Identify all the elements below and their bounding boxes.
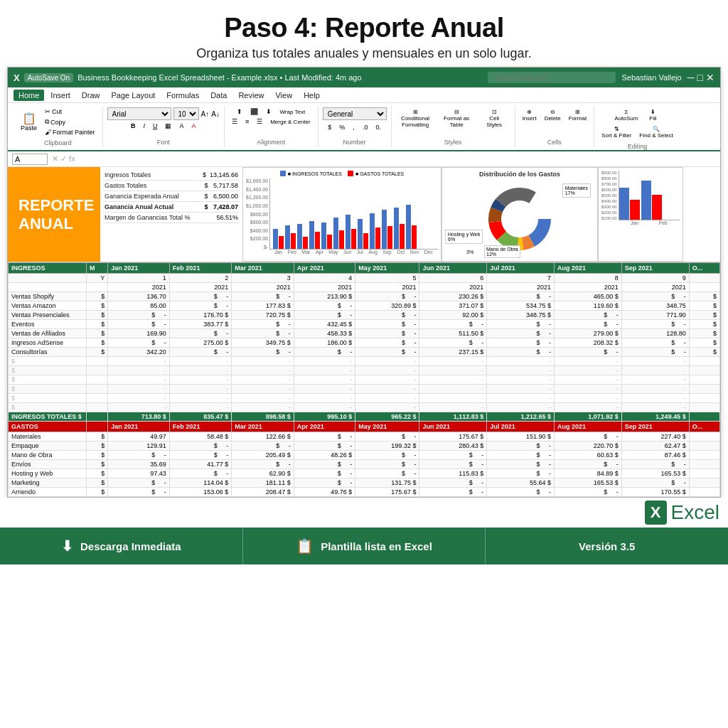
title-search-input[interactable]: [488, 72, 616, 83]
table-row: Ventas Presenciales $ $ - 176.70 $ 720.7…: [9, 311, 720, 320]
delete-cells-button[interactable]: ⊖ Delete: [542, 107, 564, 123]
italic-button[interactable]: I: [140, 122, 148, 130]
align-bottom-button[interactable]: ⬇: [263, 107, 274, 116]
excel-logo-box: X: [645, 500, 667, 525]
ingresos-total-apr: 995.10 $: [294, 412, 355, 422]
merge-center-button[interactable]: Merge & Center: [267, 118, 313, 126]
bar-feb: [285, 225, 296, 249]
close-icon[interactable]: ✕: [706, 72, 714, 83]
spreadsheet-icon: 📋: [296, 537, 314, 555]
align-left-button[interactable]: ☰: [229, 117, 240, 126]
align-middle-button[interactable]: ⬛: [247, 107, 261, 116]
title-bar: X AutoSave On Business Bookkeeping Excel…: [8, 68, 720, 87]
menu-draw[interactable]: Draw: [77, 90, 105, 101]
increase-decimal-button[interactable]: .0: [360, 123, 371, 132]
percent-button[interactable]: %: [336, 123, 348, 132]
year-row: 2021 2021 2021 2021 2021 2021 2021 2021 …: [9, 283, 720, 292]
cut-button[interactable]: ✂ Cut: [42, 107, 98, 116]
ingresos-total-jan: 713.80 $: [108, 412, 170, 422]
income-table: INGRESOS M Jan 2021 Feb 2021 Mar 2021 Ap…: [8, 262, 720, 497]
conditional-formatting-icon: ⊞: [413, 109, 418, 115]
excel-brand-text: Excel: [671, 501, 719, 524]
decrease-font-icon[interactable]: A↓: [211, 110, 220, 118]
marketing-label: Marketing: [9, 478, 87, 488]
ingresos-total-aug: 1,071.92 $: [555, 412, 622, 422]
minimize-icon[interactable]: ─: [687, 72, 695, 83]
year-jan: 2021: [108, 283, 170, 292]
cell-reference-input[interactable]: [12, 154, 48, 165]
menu-bar: Home Insert Draw Page Layout Formulas Da…: [8, 87, 720, 103]
menu-data[interactable]: Data: [205, 90, 232, 101]
footer-version-text: Versión 3.5: [579, 540, 635, 552]
bar-aug: [358, 219, 368, 249]
menu-view[interactable]: View: [270, 90, 297, 101]
col-jan2021-header: Jan 2021: [108, 263, 170, 274]
increase-font-icon[interactable]: A↑: [201, 110, 210, 118]
paste-button[interactable]: 📋 Paste: [18, 112, 40, 133]
legend-ingresos-dot: [280, 171, 286, 176]
align-right-button[interactable]: ☰: [254, 117, 265, 126]
ribbon-styles: ⊞ Conditional Formatting ⊟ Format as Tab…: [392, 106, 515, 147]
insert-cells-button[interactable]: ⊕ Insert: [520, 107, 540, 123]
sub-row-my: Y 1 2 3 4 5 6 7 8 9: [9, 274, 720, 283]
conditional-formatting-button[interactable]: ⊞ Conditional Formatting: [396, 107, 435, 129]
fill-button[interactable]: ⬇ Fill: [643, 107, 663, 123]
ganancia-actual-value: $ 7,428.07: [192, 203, 238, 210]
footer-plantilla-text: Plantilla lista en Excel: [321, 540, 432, 552]
vs-dollar: $: [87, 292, 108, 301]
format-cells-button[interactable]: ⊞ Format: [566, 107, 589, 123]
wrap-text-button[interactable]: Wrap Text: [277, 108, 308, 116]
number-format-select[interactable]: General: [323, 107, 387, 120]
paste-icon: 📋: [22, 113, 36, 124]
menu-formulas[interactable]: Formulas: [161, 90, 204, 101]
menu-help[interactable]: Help: [299, 90, 325, 101]
gastos-header-label: GASTOS: [9, 422, 87, 432]
oct-num: [689, 274, 719, 283]
styles-label: Styles: [444, 137, 462, 146]
ingresos-total-sep: 1,249.45 $: [621, 412, 689, 422]
ganancia-actual-label: Ganancia Anual Actual: [105, 203, 192, 210]
align-center-button[interactable]: ≡: [242, 117, 252, 126]
menu-home[interactable]: Home: [14, 90, 44, 101]
donut-chart-title: Distribución de los Gastos: [445, 171, 594, 178]
formula-input[interactable]: [80, 155, 716, 164]
underline-button[interactable]: U: [150, 122, 161, 130]
currency-button[interactable]: $: [325, 123, 334, 132]
autosum-button[interactable]: Σ AutoSum: [612, 107, 641, 123]
footer-section-plantilla[interactable]: 📋 Plantilla lista en Excel: [243, 528, 486, 564]
donut-label-3pct: 3%: [466, 250, 473, 255]
decrease-decimal-button[interactable]: 0.: [373, 123, 384, 132]
cell-styles-button[interactable]: ⊡ Cell Styles: [478, 107, 510, 129]
format-painter-button[interactable]: 🖌 Format Painter: [42, 128, 98, 136]
font-face-select[interactable]: Arial: [107, 107, 171, 120]
copy-button[interactable]: ⧉ Copy: [42, 117, 98, 127]
format-table-button[interactable]: ⊟ Format as Table: [437, 107, 476, 129]
menu-page-layout[interactable]: Page Layout: [107, 90, 161, 101]
feb-num: 2: [169, 274, 231, 283]
comma-button[interactable]: ,: [350, 123, 358, 132]
menu-review[interactable]: Review: [233, 90, 269, 101]
maximize-icon[interactable]: □: [697, 72, 703, 83]
autosave-indicator[interactable]: AutoSave On: [24, 73, 73, 82]
font-color-button[interactable]: A: [188, 122, 198, 130]
paste-label: Paste: [21, 124, 37, 132]
find-select-button[interactable]: 🔍 Find & Select: [636, 124, 676, 140]
menu-insert[interactable]: Insert: [46, 90, 75, 101]
legend-gastos-dot: [348, 171, 353, 176]
clipboard-label: Clipboard: [44, 138, 72, 146]
align-top-button[interactable]: ⬆: [234, 107, 245, 116]
font-size-select[interactable]: 10: [173, 107, 199, 120]
sort-filter-button[interactable]: ⇅ Sort & Filter: [599, 124, 634, 140]
border-button[interactable]: ▦: [162, 122, 174, 130]
chart-x-axis: JanFebMarAprMayJunJulAugSepOctNovDec: [269, 250, 438, 255]
vs-may: $ -: [355, 292, 419, 301]
small-chart-x-axis: JanFeb: [619, 220, 680, 225]
donut-chart-svg: [484, 183, 555, 255]
empaque-label: Empaque: [9, 441, 87, 451]
bold-button[interactable]: B: [128, 122, 139, 130]
vs-aug: 465.00 $: [555, 292, 622, 301]
summary-row-4: Ganancia Anual Actual $ 7,428.07: [103, 202, 240, 213]
fill-color-button[interactable]: A: [176, 122, 186, 130]
vs-jan: 136.70: [108, 292, 170, 301]
footer-section-download[interactable]: ⬇ Descarga Inmediata: [0, 528, 243, 564]
